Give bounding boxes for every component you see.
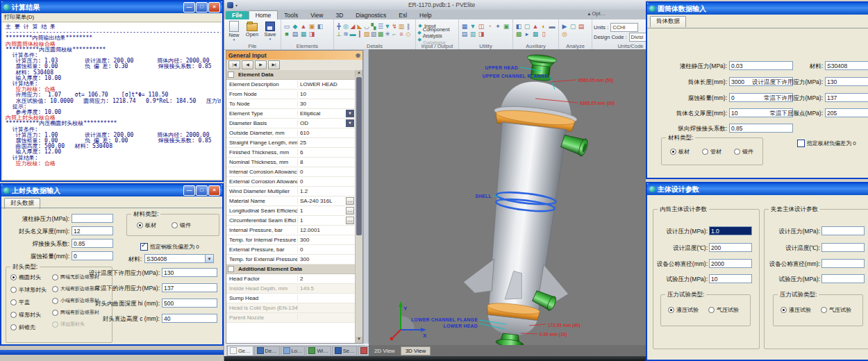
section-expand-icon[interactable] xyxy=(228,72,234,78)
dock-tab[interactable]: Se… xyxy=(332,346,358,356)
brace-icon[interactable]: ◧ xyxy=(515,23,523,31)
weight-icon[interactable]: ▼ xyxy=(384,23,391,31)
skirt-element-icon[interactable]: ◧ xyxy=(316,23,324,31)
units-select[interactable]: CCHI xyxy=(610,23,638,32)
test-type-radio[interactable]: 液压试验 xyxy=(668,306,699,314)
ribbon-tab[interactable]: File xyxy=(226,11,249,19)
nozzle-detail-icon[interactable]: ╋ xyxy=(335,23,342,31)
report-icon[interactable]: ▤ xyxy=(577,23,585,31)
image-icon[interactable]: ▩ xyxy=(515,31,523,38)
material-type-radio[interactable]: 板材 xyxy=(137,221,156,229)
last-element-button[interactable]: ▶| xyxy=(268,60,280,69)
scroll-up-icon[interactable]: ▲ xyxy=(356,70,362,76)
ambient-allow-stress-input[interactable]: 137 xyxy=(825,93,868,102)
force-moment-icon[interactable]: ↯ xyxy=(391,23,398,31)
weld-coefficient-input[interactable]: 0.85 xyxy=(72,239,113,248)
grid-row[interactable]: Wind Diameter Multiplier 1.2 ▼ … xyxy=(226,187,355,196)
restore-button[interactable]: □ xyxy=(196,185,208,196)
close-button[interactable]: × xyxy=(208,185,220,196)
cone-element-icon[interactable]: ▲ xyxy=(299,23,308,31)
grid-row[interactable]: Nominal Thickness, mm 8 ▼ … xyxy=(226,158,355,167)
design-pressure-input[interactable]: 1.0 xyxy=(709,226,752,235)
material-type-radio[interactable]: 管材 xyxy=(702,148,721,156)
grid-row[interactable]: Sump Head ▼ … xyxy=(226,294,355,303)
packing-icon[interactable]: ▩ xyxy=(377,31,384,38)
next-element-button[interactable]: ▶ xyxy=(255,60,267,69)
export-icon[interactable]: ▸ xyxy=(523,31,531,38)
ellipsis-button[interactable]: … xyxy=(346,207,354,215)
error-check-icon[interactable]: ▢ xyxy=(569,23,577,31)
test-pressure-input[interactable]: 10 xyxy=(709,274,752,283)
vortex-breaker-icon[interactable]: ✳ xyxy=(384,31,391,38)
ribbon-tab[interactable]: 3D xyxy=(329,11,349,19)
grid-row[interactable]: Internal Pressure, bar 12.0001 ▼ … xyxy=(226,226,355,235)
unit-converter-icon[interactable]: ▼ xyxy=(469,23,477,31)
material-type-radio[interactable]: 板材 xyxy=(670,148,690,156)
section-expand-icon[interactable] xyxy=(228,266,234,272)
first-element-button[interactable]: |◀ xyxy=(228,60,240,69)
minimize-button[interactable]: — xyxy=(183,185,195,196)
panel-splitter[interactable] xyxy=(363,50,369,344)
test-pressure-input[interactable] xyxy=(821,274,865,283)
tubesheet-element-icon[interactable]: ▦ xyxy=(299,31,308,38)
static-pressure-input[interactable] xyxy=(72,214,113,223)
ribbon-tab[interactable]: Diagnostics xyxy=(349,11,392,19)
calculator-icon[interactable]: ▦ xyxy=(460,23,469,31)
insulation-icon[interactable]: ▥ xyxy=(398,23,405,31)
head-dialog-titlebar[interactable]: 上封头数据输入 — □ × xyxy=(1,185,222,196)
head-type-radio[interactable]: 椭圆封头 xyxy=(10,274,47,281)
options-button[interactable]: ▴ Opt… xyxy=(588,10,606,17)
grid-row[interactable]: Head Factor 2 ▼ … xyxy=(226,274,355,284)
main-dialog-titlebar[interactable]: 主体设计参数 xyxy=(647,183,868,195)
ribbon-tab[interactable]: View xyxy=(304,11,329,19)
weld-seam-icon[interactable]: ≋ xyxy=(342,31,349,38)
cylinder-element-icon[interactable]: ▭ xyxy=(283,23,291,31)
grid-row[interactable]: Longitudinal Seam Efficienc 1 ▼ … xyxy=(226,206,355,216)
ribbon-tab[interactable]: Home xyxy=(249,10,278,19)
dock-tab[interactable]: De… xyxy=(254,346,280,356)
pipe-db-icon[interactable]: ▤ xyxy=(460,31,469,38)
stiffener-icon[interactable]: ┃ xyxy=(356,31,363,38)
review-icon[interactable]: ◎ xyxy=(560,31,569,38)
halfpipe-jacket-icon[interactable]: ∥ xyxy=(405,23,412,31)
head-thickness-input[interactable]: 12 xyxy=(72,226,113,235)
grid-row[interactable]: Material Name SA-240 316L ▼ … xyxy=(226,196,355,206)
tab-cylinder-data[interactable]: 筒体数据 xyxy=(650,16,686,27)
yield-point-input[interactable]: 205 xyxy=(825,108,868,117)
open-button[interactable]: Open xyxy=(244,21,260,42)
design-allow-stress-input[interactable]: 130 xyxy=(825,77,868,86)
flange-db-icon[interactable]: ▣ xyxy=(502,23,510,31)
head-type-radio[interactable]: 斜锥壳 xyxy=(10,324,47,331)
weld-coefficient-input[interactable]: 0.85 xyxy=(729,124,793,133)
grid-row[interactable]: Element Description LOWER HEAD ▼ … xyxy=(226,80,355,90)
vessel-3d-canvas[interactable]: UPPER HEAD UPPER CHANNEL FLANGE 6560.05 … xyxy=(369,49,646,345)
material-dropdown-icon[interactable]: ▼ xyxy=(205,254,214,263)
results-titlebar[interactable]: 计算结果 — □ × xyxy=(1,1,222,13)
material-type-radio[interactable]: 锻件 xyxy=(172,221,191,229)
grid-row[interactable]: Head is Cold Spun (EN-13445 ▼ … xyxy=(226,303,355,313)
ribbon-tab[interactable]: Tools xyxy=(278,11,304,19)
view-tab[interactable]: 3D View xyxy=(401,346,431,355)
basering-element-icon[interactable]: ◨ xyxy=(308,31,316,38)
ellipsis-button[interactable]: … xyxy=(346,197,354,205)
grid-row[interactable]: Temp. for Internal Pressure 300 ▼ … xyxy=(226,235,355,245)
new-button[interactable]: New▾ xyxy=(226,21,242,42)
maximize-button[interactable]: □ xyxy=(196,2,208,12)
clip-icon[interactable]: ⊥ xyxy=(335,31,342,38)
ellipsis-button[interactable]: … xyxy=(346,217,354,224)
grid-row[interactable]: Diameter Basis OD ▼ … xyxy=(226,119,355,128)
property-grid-scrollbar[interactable]: ▲ ▼ xyxy=(356,70,362,343)
dock-tab[interactable]: Ge… xyxy=(227,346,253,356)
grid-row[interactable]: Internal Corrosion Allowanc 0 ▼ … xyxy=(226,167,355,177)
test-type-radio[interactable]: 气压试验 xyxy=(821,306,851,314)
close-button[interactable]: × xyxy=(208,2,220,12)
general-input-header[interactable]: General Input ◉ xyxy=(226,51,362,60)
head-type-radio[interactable]: 半球形封头 xyxy=(10,286,47,294)
grid-row[interactable]: External Corrosion Allowanc 0 ▼ … xyxy=(226,177,355,187)
review-database-item[interactable]: ◆Review Database xyxy=(417,36,457,43)
flange-detail-icon[interactable]: ▬ xyxy=(349,31,356,38)
grid-row[interactable]: Element Data ▼ … xyxy=(226,70,355,80)
dock-tab[interactable]: Lo… xyxy=(281,346,306,356)
prev-element-button[interactable]: ◀ xyxy=(242,60,253,69)
grid-row[interactable]: External Pressure, bar 0 ▼ … xyxy=(226,245,355,255)
